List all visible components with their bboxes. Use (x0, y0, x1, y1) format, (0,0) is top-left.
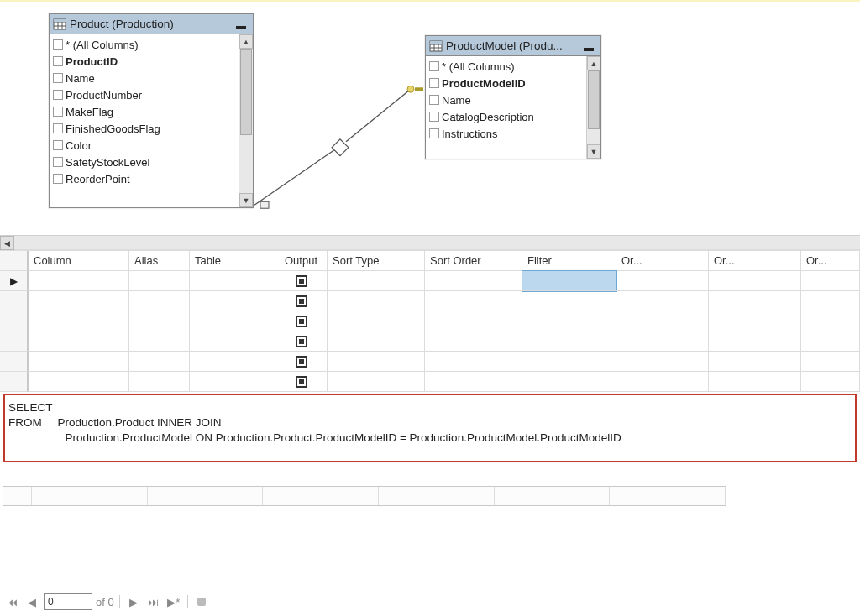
nav-position-input[interactable] (44, 593, 92, 610)
checkbox[interactable] (429, 61, 439, 71)
row-header[interactable] (0, 352, 29, 372)
header-table[interactable]: Table (190, 251, 275, 271)
checkbox[interactable] (429, 78, 439, 88)
nav-prev-button[interactable]: ◀ (24, 593, 40, 610)
nav-new-button[interactable]: ▶* (165, 593, 182, 610)
column-list-productmodel[interactable]: * (All Columns) ProductModelID Name Cata… (426, 56, 586, 159)
cell-sorttype[interactable] (328, 271, 425, 291)
column-item-makeflag[interactable]: MakeFlag (50, 103, 239, 120)
checkbox[interactable] (53, 56, 63, 66)
row-header[interactable] (0, 311, 29, 331)
nav-stop-button[interactable] (193, 593, 210, 610)
checkbox[interactable] (53, 174, 63, 184)
output-checkbox[interactable] (296, 356, 307, 368)
criteria-row[interactable] (0, 372, 860, 392)
scroll-track[interactable] (14, 236, 860, 249)
diagram-h-scrollbar[interactable]: ◀ (0, 235, 860, 249)
scroll-down-button[interactable]: ▼ (587, 144, 600, 159)
column-item-allcolumns[interactable]: * (All Columns) (426, 58, 586, 75)
checkbox[interactable] (429, 112, 439, 122)
checkbox[interactable] (53, 39, 63, 50)
table-titlebar-product[interactable]: Product (Production) (50, 14, 253, 34)
checkbox[interactable] (429, 128, 439, 138)
row-header[interactable] (0, 291, 29, 311)
column-list-product[interactable]: * (All Columns) ProductID Name ProductNu… (50, 34, 239, 207)
diagram-pane[interactable]: Product (Production) * (All Columns) Pro… (0, 0, 860, 235)
cell-or[interactable] (801, 271, 860, 291)
scroll-track[interactable] (587, 70, 600, 144)
cell-table[interactable] (190, 271, 275, 291)
cell-filter-active[interactable] (522, 271, 616, 291)
scroll-down-button[interactable]: ▼ (239, 193, 253, 207)
cell-output[interactable] (275, 331, 328, 352)
output-checkbox[interactable] (296, 316, 307, 327)
table-window-product[interactable]: Product (Production) * (All Columns) Pro… (49, 13, 254, 208)
column-item-allcolumns[interactable]: * (All Columns) (50, 36, 239, 53)
cell-output[interactable] (275, 352, 328, 372)
cell-output[interactable] (275, 271, 328, 291)
header-alias[interactable]: Alias (129, 251, 190, 271)
row-header[interactable]: ▶ (0, 271, 29, 291)
row-header[interactable] (0, 331, 29, 352)
cell-output[interactable] (275, 372, 328, 392)
checkbox[interactable] (53, 73, 63, 83)
checkbox[interactable] (53, 157, 63, 167)
criteria-pane[interactable]: Column Alias Table Output Sort Type Sort… (0, 249, 860, 392)
criteria-row[interactable] (0, 291, 860, 311)
minimize-button[interactable] (233, 18, 249, 31)
sql-pane[interactable]: SELECT FROM Production.Product INNER JOI… (3, 394, 857, 462)
output-checkbox[interactable] (296, 295, 307, 307)
table-window-productmodel[interactable]: ProductModel (Produ... * (All Columns) P… (425, 35, 601, 159)
scroll-track[interactable] (239, 49, 253, 193)
checkbox[interactable] (53, 90, 63, 100)
cell-output[interactable] (275, 291, 328, 311)
cell-or[interactable] (616, 271, 709, 291)
column-item-safetystocklevel[interactable]: SafetyStockLevel (50, 154, 239, 170)
cell-or[interactable] (709, 271, 801, 291)
criteria-row[interactable] (0, 311, 860, 331)
header-column[interactable]: Column (29, 251, 129, 271)
checkbox[interactable] (53, 140, 63, 150)
criteria-row[interactable] (0, 352, 860, 372)
header-or3[interactable]: Or... (801, 251, 860, 271)
column-item-productnumber[interactable]: ProductNumber (50, 86, 239, 103)
column-item-name[interactable]: Name (426, 91, 586, 108)
header-output[interactable]: Output (275, 251, 328, 271)
table-titlebar-productmodel[interactable]: ProductModel (Produ... (426, 36, 600, 56)
record-navigator[interactable]: ⏮ ◀ of 0 ▶ ⏭ ▶* (3, 591, 210, 613)
cell-alias[interactable] (129, 271, 190, 291)
row-header[interactable] (0, 372, 29, 392)
column-item-productid[interactable]: ProductID (50, 53, 239, 70)
cell-sortorder[interactable] (425, 271, 522, 291)
column-item-finishedgoodsflag[interactable]: FinishedGoodsFlag (50, 120, 239, 137)
header-sorttype[interactable]: Sort Type (328, 251, 425, 271)
nav-next-button[interactable]: ▶ (125, 593, 142, 610)
column-item-catalogdescription[interactable]: CatalogDescription (426, 108, 586, 125)
criteria-row[interactable] (0, 331, 860, 352)
column-item-color[interactable]: Color (50, 137, 239, 154)
minimize-button[interactable] (580, 39, 597, 53)
column-item-productmodelid[interactable]: ProductModelID (426, 75, 586, 91)
column-item-instructions[interactable]: Instructions (426, 125, 586, 142)
header-or2[interactable]: Or... (709, 251, 801, 271)
nav-first-button[interactable]: ⏮ (3, 593, 20, 610)
output-checkbox[interactable] (296, 376, 307, 388)
criteria-row[interactable]: ▶ (0, 271, 860, 291)
output-checkbox[interactable] (296, 275, 307, 287)
cell-column[interactable] (29, 271, 129, 291)
scroll-thumb[interactable] (240, 49, 252, 135)
scrollbar-vertical[interactable]: ▲ ▼ (586, 56, 600, 159)
scrollbar-vertical[interactable]: ▲ ▼ (239, 34, 253, 207)
header-or1[interactable]: Or... (616, 251, 709, 271)
checkbox[interactable] (53, 123, 63, 133)
scroll-thumb[interactable] (588, 70, 600, 129)
checkbox[interactable] (53, 107, 63, 117)
cell-output[interactable] (275, 311, 328, 331)
output-checkbox[interactable] (296, 336, 307, 347)
column-item-reorderpoint[interactable]: ReorderPoint (50, 170, 239, 187)
scroll-left-button[interactable]: ◀ (0, 236, 14, 250)
header-filter[interactable]: Filter (522, 251, 616, 271)
column-item-name[interactable]: Name (50, 70, 239, 86)
nav-last-button[interactable]: ⏭ (145, 593, 162, 610)
header-sortorder[interactable]: Sort Order (425, 251, 522, 271)
